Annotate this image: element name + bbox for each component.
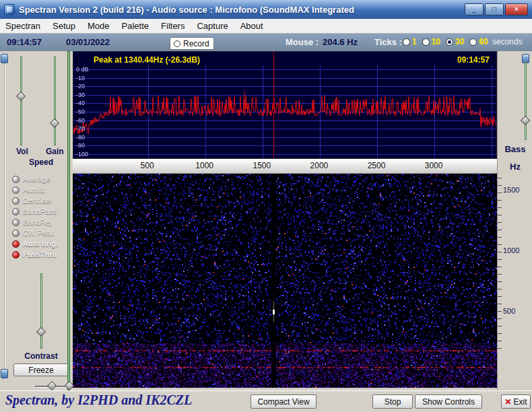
- maximize-icon[interactable]: □: [485, 3, 504, 15]
- toggle-label: PassThru: [23, 250, 57, 259]
- waterfall-canvas[interactable]: [73, 174, 497, 388]
- bass-label: Bass: [498, 144, 532, 154]
- menu-item-filters[interactable]: Filters: [161, 21, 185, 31]
- left-control-panel: Vol Gain Speed AverageHumidDenoiserBandP…: [9, 51, 73, 390]
- frequency-ruler-ticks: [498, 178, 502, 351]
- freeze-button[interactable]: Freeze: [13, 364, 69, 376]
- compact-view-button[interactable]: Compact View: [251, 394, 317, 409]
- freq-ruler-label: 1500: [503, 186, 519, 194]
- toggle-on-icon[interactable]: [12, 251, 20, 259]
- speed-slider-thumb[interactable]: [47, 381, 57, 390]
- minimize-icon[interactable]: _: [465, 3, 484, 15]
- plot-column: Peak at 1340.44Hz (-26.3dB) 09:14:57 0 d…: [73, 51, 497, 390]
- db-label: -70: [76, 125, 85, 132]
- freq-tick-label: 1000: [195, 161, 213, 170]
- toggle-bandpass[interactable]: BandPass: [12, 206, 71, 217]
- freq-ruler-label: 500: [503, 307, 515, 315]
- status-footer: Spectran, by I2PHD and IK2CZL Compact Vi…: [0, 390, 532, 412]
- menu-item-capture[interactable]: Capture: [197, 21, 228, 31]
- toggle-label: Humid: [23, 186, 44, 194]
- exit-button[interactable]: ✕ Exit: [501, 394, 531, 409]
- gain-slider-thumb[interactable]: [50, 118, 59, 128]
- frequency-scale-bar[interactable]: 50010001500200025003000: [73, 159, 497, 174]
- title-bar[interactable]: Spectran Version 2 (build 216) - Audio s…: [0, 0, 532, 19]
- left-edge-track: [4, 57, 5, 381]
- toolbar: 09:14:57 03/01/2022 Record Mouse : 204.6…: [0, 34, 532, 51]
- tick-option-30[interactable]: 30: [446, 37, 464, 46]
- menu-bar: SpectranSetupModePaletteFiltersCaptureAb…: [0, 19, 532, 34]
- db-label: -30: [76, 92, 85, 98]
- toggle-off-icon[interactable]: [12, 197, 20, 205]
- record-radio-icon[interactable]: [174, 40, 180, 47]
- bass-slider-track: [525, 62, 527, 140]
- close-icon[interactable]: ✕: [505, 3, 528, 15]
- stop-button[interactable]: Stop: [372, 394, 413, 409]
- tick-option-60[interactable]: 60: [469, 37, 488, 46]
- main-area: Vol Gain Speed AverageHumidDenoiserBandP…: [0, 51, 532, 390]
- record-button[interactable]: Record: [170, 37, 214, 50]
- toggle-label: Auto brig.: [23, 240, 58, 248]
- vol-slider-thumb[interactable]: [16, 92, 26, 101]
- toggle-off-icon[interactable]: [12, 230, 20, 237]
- bass-slider-thumb[interactable]: [521, 116, 530, 125]
- menu-item-palette[interactable]: Palette: [122, 21, 149, 31]
- toggle-denoiser[interactable]: Denoiser: [12, 195, 71, 206]
- right-control-panel: Bass Hz 15001000500: [497, 51, 532, 390]
- tick-option-label: 30: [455, 37, 464, 46]
- vol-label: Vol: [16, 147, 28, 156]
- ticks-radio-group: 1103060: [403, 37, 488, 46]
- toggle-off-icon[interactable]: [12, 208, 20, 215]
- hz-label: Hz: [498, 162, 532, 172]
- db-label: -80: [76, 134, 85, 141]
- filter-toggle-list: AverageHumidDenoiserBandPassBandRejCW Pe…: [12, 174, 71, 260]
- tick-option-label: 60: [479, 37, 488, 46]
- freq-ruler-label: 1000: [503, 246, 519, 254]
- seconds-label: seconds: [492, 37, 523, 46]
- spectrum-canvas[interactable]: [73, 52, 496, 158]
- menu-item-about[interactable]: About: [240, 21, 263, 31]
- waterfall-display[interactable]: [73, 174, 497, 388]
- mouse-freq-value: 204.6 Hz: [323, 37, 358, 47]
- toggle-off-icon[interactable]: [12, 176, 20, 183]
- toggle-cw-peak[interactable]: CW Peak: [12, 228, 71, 238]
- toggle-label: BandRej: [23, 218, 51, 226]
- toggle-on-icon[interactable]: [12, 240, 20, 248]
- db-label: -10: [76, 75, 85, 81]
- toggle-off-icon[interactable]: [12, 186, 20, 194]
- menu-item-mode[interactable]: Mode: [88, 21, 110, 31]
- freq-tick-label: 1500: [253, 161, 271, 170]
- app-window: Spectran Version 2 (build 216) - Audio s…: [0, 0, 532, 412]
- tick-radio-icon-30[interactable]: [446, 38, 453, 46]
- toggle-label: BandPass: [23, 207, 57, 215]
- toggle-auto-brig-[interactable]: Auto brig.: [12, 238, 71, 249]
- tick-radio-icon-10[interactable]: [422, 38, 430, 46]
- exit-label: Exit: [514, 397, 527, 407]
- green-level-bar: [67, 51, 70, 390]
- app-icon: [4, 4, 15, 15]
- toggle-off-icon[interactable]: [12, 219, 20, 226]
- toggle-average[interactable]: Average: [12, 174, 71, 184]
- db-label: -100: [76, 151, 88, 158]
- mouse-freq-label: Mouse :: [286, 37, 319, 47]
- toggle-passthru[interactable]: PassThru: [12, 249, 71, 260]
- toggle-bandrej[interactable]: BandRej: [12, 217, 71, 228]
- show-controls-button[interactable]: Show Controls: [415, 394, 482, 409]
- db-label: -90: [76, 142, 85, 149]
- menu-item-spectran[interactable]: Spectran: [5, 21, 40, 31]
- toggle-label: Denoiser: [23, 197, 53, 205]
- tick-option-1[interactable]: 1: [403, 37, 417, 46]
- left-top-cap-button[interactable]: [1, 54, 8, 63]
- credit-text: Spectran, by I2PHD and IK2CZL: [5, 392, 192, 408]
- tick-option-label: 1: [412, 37, 417, 46]
- spectrum-display[interactable]: Peak at 1340.44Hz (-26.3dB) 09:14:57 0 d…: [73, 51, 497, 159]
- db-label: 0 dB: [76, 66, 89, 73]
- left-bottom-cap-button[interactable]: [1, 369, 8, 378]
- menu-item-setup[interactable]: Setup: [53, 21, 75, 31]
- exit-x-icon: ✕: [504, 397, 511, 407]
- contrast-slider-thumb[interactable]: [36, 327, 46, 337]
- tick-radio-icon-1[interactable]: [403, 38, 410, 46]
- tick-radio-icon-60[interactable]: [469, 38, 477, 46]
- tick-option-10[interactable]: 10: [422, 37, 440, 46]
- toggle-humid[interactable]: Humid: [12, 184, 71, 195]
- clock-display: 09:14:57: [7, 37, 42, 47]
